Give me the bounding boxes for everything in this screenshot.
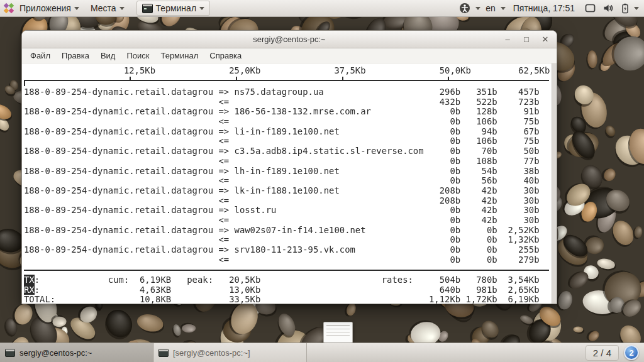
chevron-down-icon xyxy=(119,7,125,10)
menubar-item[interactable]: Терминал xyxy=(155,50,204,62)
terminal-icon xyxy=(142,4,153,13)
menubar-item[interactable]: Справка xyxy=(204,50,247,62)
terminal-line: 188-0-89-254-dynamic.retail.datagrou => … xyxy=(24,245,550,255)
taskbar: sergiy@centos-pc:~ [sergiy@centos-pc:~] … xyxy=(0,343,644,362)
chevron-down-icon xyxy=(501,7,506,10)
window-title: sergiy@centos-pc:~ xyxy=(253,35,325,44)
minimize-button[interactable]: – xyxy=(502,35,513,44)
terminal-line: TOTAL: 10,8KB 33,5Kb 1,12Kb 1,72Kb 6,19K… xyxy=(24,295,550,304)
applications-menu[interactable]: Приложения xyxy=(14,0,85,16)
volume-icon[interactable] xyxy=(603,4,614,13)
terminal-line: 188-0-89-254-dynamic.retail.datagrou => … xyxy=(24,107,550,117)
terminal-line: RX: 4,63KB 13,0Kb 640b 981b 2,65Kb xyxy=(24,285,550,295)
terminal-line: 188-0-89-254-dynamic.retail.datagrou => … xyxy=(24,206,550,216)
clock[interactable]: Пятница, 17:51 xyxy=(508,3,580,13)
terminal-screen[interactable]: 12,5Kb 25,0Kb 37,5Kb 50,0Kb 62,5Kb 188-0… xyxy=(22,63,557,304)
active-app-menu[interactable]: Терминал xyxy=(136,1,210,16)
terminal-line: <= 0b 42b 30b xyxy=(24,216,550,226)
active-app-menu-label: Терминал xyxy=(156,3,196,13)
terminal-scrollbar[interactable] xyxy=(552,63,557,304)
terminal-line: <= 208b 42b 30b xyxy=(24,196,550,206)
menubar-item[interactable]: Правка xyxy=(56,50,95,62)
window-titlebar[interactable]: sergiy@centos-pc:~ – □ ✕ xyxy=(22,31,557,48)
applications-menu-label: Приложения xyxy=(19,3,71,13)
terminal-line: <= 0b 108b 77b xyxy=(24,156,550,167)
terminal-line: <= 0b 106b 75b xyxy=(24,117,550,127)
maximize-button[interactable]: □ xyxy=(521,35,531,44)
terminal-icon xyxy=(158,349,169,357)
terminal-line: <= 0b 56b 40b xyxy=(24,176,550,186)
window-preview-thumbnail xyxy=(323,322,353,343)
iftop-totals: TX: cum: 6,19KB peak: 20,5Kb rates: 504b… xyxy=(24,275,550,304)
terminal-line: 188-0-89-254-dynamic.retail.datagrou => … xyxy=(24,127,550,137)
menubar-item[interactable]: Поиск xyxy=(121,50,155,62)
terminal-line: 188-0-89-254-dynamic.retail.datagrou => … xyxy=(24,186,550,196)
taskbar-window-button[interactable]: [sergiy@centos-pc:~] xyxy=(153,343,307,362)
workspace-badge[interactable]: 2 xyxy=(624,345,639,360)
taskbar-window-label: sergiy@centos-pc:~ xyxy=(19,348,92,358)
terminal-line: TX: cum: 6,19KB peak: 20,5Kb rates: 504b… xyxy=(24,275,550,285)
chevron-down-icon xyxy=(74,7,79,10)
universal-access-icon[interactable] xyxy=(459,3,470,14)
iftop-scale-labels: 12,5Kb 25,0Kb 37,5Kb 50,0Kb 62,5Kb xyxy=(24,66,550,76)
workspace-pager[interactable]: 2 / 4 xyxy=(586,345,619,361)
iftop-separator xyxy=(24,270,549,271)
terminal-line: 188-0-89-254-dynamic.retail.datagrou => … xyxy=(24,146,550,156)
top-panel: Приложения Места Терминал en Пятница, 17… xyxy=(0,0,644,17)
terminal-line: <= 0b 106b 75b xyxy=(24,136,550,146)
terminal-line: <= 432b 522b 723b xyxy=(24,97,550,107)
taskbar-window-button[interactable]: sergiy@centos-pc:~ xyxy=(0,343,153,362)
chevron-down-icon xyxy=(199,7,204,10)
places-menu[interactable]: Места xyxy=(85,0,130,16)
centos-logo-icon xyxy=(4,3,14,13)
terminal-line: <= 0b 0b 279b xyxy=(24,255,550,265)
display-icon[interactable] xyxy=(585,4,596,13)
terminal-line: <= 0b 0b 1,32Kb xyxy=(24,235,550,245)
close-button[interactable]: ✕ xyxy=(540,35,550,44)
chevron-down-icon xyxy=(475,7,480,10)
iftop-scale-ruler xyxy=(24,76,549,86)
terminal-window: sergiy@centos-pc:~ – □ ✕ Файл Правка Вид… xyxy=(21,30,557,304)
taskbar-window-label: [sergiy@centos-pc:~] xyxy=(173,348,250,358)
iftop-connection-table: 188-0-89-254-dynamic.retail.datagrou => … xyxy=(24,87,550,265)
places-menu-label: Места xyxy=(91,3,116,13)
keyboard-layout-indicator[interactable]: en xyxy=(483,0,498,16)
terminal-line: 188-0-89-254-dynamic.retail.datagrou => … xyxy=(24,87,550,97)
menubar-item[interactable]: Вид xyxy=(95,50,121,62)
battery-icon[interactable] xyxy=(621,3,629,14)
chevron-down-icon xyxy=(634,7,639,10)
terminal-icon xyxy=(5,349,15,357)
terminal-line: 188-0-89-254-dynamic.retail.datagrou => … xyxy=(24,226,550,236)
menubar: Файл Правка Вид Поиск Терминал Справка xyxy=(22,48,557,63)
menubar-item[interactable]: Файл xyxy=(25,50,56,62)
terminal-line: 188-0-89-254-dynamic.retail.datagrou => … xyxy=(24,167,550,177)
